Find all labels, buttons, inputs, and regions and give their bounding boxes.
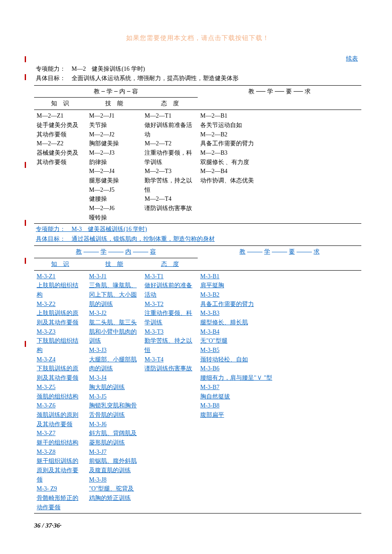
section-m3: 专项能力： M-3 健美器械训练(16 学时) 具体目标： 通过器械训练，锻炼肌… [34, 225, 361, 514]
download-hint: 如果您需要使用本文档，请点击下载按钮下载！ [34, 34, 361, 42]
m2-table: 教 学 内 容 教 学 要 求 [34, 85, 361, 224]
m3-table: 教 学 内 容 教 学 要 求 [34, 245, 361, 514]
m3-heading: 专项能力： M-3 健美器械训练(16 学时) 具体目标： 通过器械训练，锻炼肌… [34, 225, 361, 245]
page-footer: 36 / 37·36· [34, 522, 361, 529]
m2-col-t: M—2—T1做好训练前准备活动M—2—T2注重动作要领，科学训练M—2—T3勤学… [142, 110, 198, 224]
m3-hdr-j: 技 能 [86, 258, 142, 270]
m2-col-z: M—2—Z1徒手健美分类及其动作要领M—2—Z2器械健美分类及其动作要领 [34, 110, 86, 224]
m2-hdr-t: 态 度 [142, 98, 198, 110]
page: 如果您需要使用本文档，请点击下载按钮下载！ 续表 专项能力： M—2 健美操训练… [0, 0, 392, 546]
m3-col-j: M-3-J1三角肌、喙肱肌、冈上下肌、大小圆肌的训练M-3-J2肱二头肌、肱三头… [86, 270, 142, 514]
revision-marks [25, 34, 26, 529]
continued-label: 续表 [34, 55, 361, 63]
m2-col-j: M—2—J1关节操M—2—J2胸部健美操M—2—J3韵律操M—2—J4腿形健美操… [86, 110, 142, 224]
m2-col-b: M—2—B1各关节运动自如M—2—B2具备工作需要的臂力M—2—B3双腿修长 、… [198, 110, 361, 224]
m2-hdr-content: 教 学 内 容 [34, 85, 198, 98]
m3-hdr-t: 态 度 [142, 258, 198, 270]
m2-hdr-z: 知 识 [34, 98, 86, 110]
m3-hdr-z: 知 识 [34, 258, 86, 270]
m2-hdr-req: 教 学 要 求 [198, 85, 361, 110]
section-m2: 专项能力： M—2 健美操训练(16 学时) 具体目标： 全面训练人体运动系统，… [34, 64, 361, 224]
m3-col-b: M-3-B1肩平挺胸M-3-B2具备工作需要的臂力M-3-B3腿型修长、腓长肌M… [198, 270, 361, 514]
m3-col-t: M-3-T1做好训练前的准备活动M-3-T2注重动作要领、科学训练M-3-T3勤… [142, 270, 198, 514]
m3-hdr-req: 教 学 要 求 [198, 246, 361, 270]
m2-hdr-j: 技 能 [86, 98, 142, 110]
m3-hdr-content: 教 学 内 容 [34, 246, 198, 258]
m3-col-z: M-3-Z1上肢肌的组织结构M-3-Z2上肢肌训练的原则及其动作要领M-3-Z3… [34, 270, 86, 514]
m2-heading: 专项能力： M—2 健美操训练(16 学时) 具体目标： 全面训练人体运动系统，… [34, 64, 361, 85]
